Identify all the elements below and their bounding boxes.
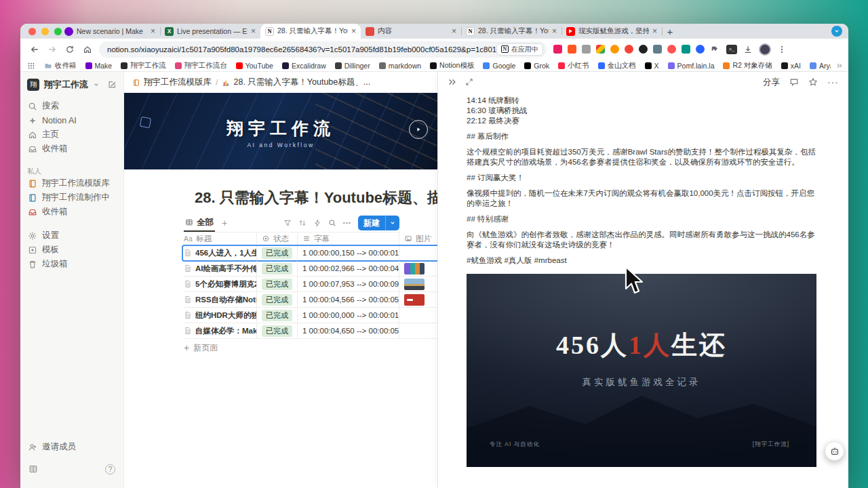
view-tab-all[interactable]: 全部 (184, 214, 215, 232)
invite-members-button[interactable]: 邀请成员 (20, 440, 123, 454)
sidebar-item-notion-ai[interactable]: Notion AI (20, 113, 123, 127)
share-button[interactable]: 分享 (763, 77, 780, 88)
downloads-icon[interactable] (743, 45, 753, 54)
tab-close-icon[interactable]: × (351, 27, 356, 35)
table-row[interactable]: 自媒体必学：Make.com打造 已完成 1 00:00:04,650 --> … (184, 323, 437, 339)
close-peek-icon[interactable] (448, 77, 457, 87)
breadcrumb-current[interactable]: 28. 只需输入字幕！Youtube标题、... (222, 77, 370, 88)
browser-menu-icon[interactable] (777, 45, 787, 54)
bookmark[interactable]: Google (483, 62, 515, 70)
help-icon[interactable]: ? (105, 464, 115, 474)
bookmark-folder[interactable]: 收件箱 (44, 61, 77, 70)
bookmark[interactable]: 金山文档 (598, 61, 636, 70)
extension-icon[interactable] (667, 45, 676, 54)
row-thumbnail[interactable] (404, 279, 425, 290)
new-tab-button[interactable]: + (662, 24, 678, 39)
extension-icon[interactable] (568, 45, 576, 54)
bookmark[interactable]: Grok (524, 62, 549, 70)
extension-icon[interactable] (625, 45, 633, 54)
bookmark[interactable]: xAI (781, 62, 801, 70)
table-row[interactable]: 5个必知赛博朋克2077结局： 已完成 1 00:00:07,953 --> 0… (184, 277, 437, 292)
extension-icon[interactable] (696, 45, 705, 54)
section-body[interactable]: 这个规模空前的项目耗资超过350万美元，感谢Brawl Stars的赞助支持！整… (467, 147, 817, 167)
status-badge[interactable]: 已完成 (262, 263, 292, 274)
page-menu-icon[interactable]: ··· (827, 77, 839, 87)
sidebar-page-in-progress[interactable]: 翔宇工作流制作中 (20, 190, 123, 205)
table-row[interactable]: 纽约HDR大师的独门秘籍：9 已完成 1 00:00:00,000 --> 00… (184, 308, 437, 323)
open-in-app-badge[interactable]: N 在应用中 (496, 43, 543, 56)
tab-close-icon[interactable]: × (452, 27, 456, 35)
bookmark[interactable]: Excalidraw (282, 62, 326, 70)
bookmark[interactable]: R2 对象存储 (723, 61, 772, 70)
column-header-status[interactable]: 状态 (256, 232, 297, 245)
comments-icon[interactable] (789, 77, 799, 87)
bookmark[interactable]: YouTube (236, 62, 273, 70)
tab-close-icon[interactable]: × (251, 27, 256, 35)
bookmark[interactable]: 翔宇工作流台 (175, 61, 227, 70)
new-record-button[interactable]: 新建 (358, 216, 399, 230)
workspace-switcher[interactable]: 翔 翔宇工作流 (20, 76, 123, 94)
more-options-icon[interactable]: ··· (343, 218, 352, 228)
extension-icon[interactable] (553, 45, 562, 54)
sidebar-item-home[interactable]: 主页 (20, 127, 123, 142)
bookmark[interactable]: 翔宇工作流 (121, 61, 166, 70)
filter-icon[interactable] (283, 219, 292, 227)
automation-bolt-icon[interactable] (313, 219, 321, 227)
minimize-window-button[interactable] (41, 28, 49, 35)
bookmark[interactable]: markdown (379, 62, 421, 70)
row-thumbnail[interactable] (404, 263, 425, 274)
bookmark[interactable]: Dillinger (335, 62, 370, 70)
new-page-icon[interactable] (107, 80, 117, 89)
status-badge[interactable]: 已完成 (262, 325, 292, 337)
browser-tab-notion-active[interactable]: N 28. 只需输入字幕！Youtube标 × (260, 24, 361, 39)
extensions-puzzle-icon[interactable] (710, 45, 719, 54)
status-badge[interactable]: 已完成 (262, 247, 292, 259)
bookmark[interactable]: Pomf.lain.la (668, 62, 715, 70)
sidebar-item-search[interactable]: 搜索 (20, 99, 123, 113)
tab-close-icon[interactable]: × (151, 27, 155, 35)
section-body[interactable]: 向《鱿鱼游戏》的创作者致敬，感谢这部杰出作品的灵感。同时感谢所有勇敢参与这一挑战… (467, 230, 817, 250)
tab-close-icon[interactable]: × (652, 27, 657, 35)
section-heading[interactable]: ## 幕后制作 (467, 131, 817, 142)
profile-avatar[interactable] (759, 43, 771, 56)
status-badge[interactable]: 已完成 (262, 294, 292, 306)
bookmark[interactable]: X (645, 62, 659, 70)
reload-button[interactable] (61, 41, 79, 58)
hashtags-line[interactable]: #鱿鱼游戏 #真人版 #mrbeast (467, 256, 817, 266)
tab-search-button[interactable] (831, 26, 842, 37)
video-cover-image[interactable]: 456人1人生还 真实版鱿鱼游戏全记录 专注 AI 与自动化 [翔宇工作流] (467, 274, 816, 467)
new-page-button[interactable]: + 新页面 (184, 341, 437, 354)
address-bar[interactable]: notion.so/xiaoyuzaici/1c5017a905fd80a197… (99, 41, 547, 58)
back-button[interactable] (26, 41, 43, 58)
url-text[interactable]: notion.so/xiaoyuzaici/1c5017a905fd80a197… (107, 45, 496, 54)
table-row[interactable]: RSS自动存储Notion完整教程 已完成 1 00:00:04,566 -->… (184, 292, 437, 308)
chapter-line[interactable]: 14:14 纸牌翻转 (467, 96, 817, 106)
bookmark[interactable]: Make (85, 62, 113, 70)
tab-close-icon[interactable]: × (552, 27, 557, 35)
extension-icon[interactable] (610, 45, 619, 54)
browser-tab-excel[interactable]: X Live presentation — Exc × (160, 24, 260, 39)
search-icon[interactable] (328, 219, 336, 227)
extension-icon[interactable] (582, 45, 591, 54)
forward-button[interactable] (43, 41, 61, 58)
extension-icon[interactable] (639, 45, 648, 54)
browser-tab-content[interactable]: 内容 × (361, 24, 461, 39)
browser-tab-make[interactable]: New scenario | Make × (60, 24, 160, 39)
sort-icon[interactable] (298, 219, 307, 227)
column-header-subtitle[interactable]: 字幕 (297, 232, 399, 245)
bookmark[interactable]: Notion模板 (430, 61, 474, 70)
table-row[interactable]: AI绘画高手不外传的ComfyU 已完成 1 00:00:02,966 --> … (184, 261, 437, 277)
page-title[interactable]: 28. 只需输入字幕！Youtube标题、描述、 (195, 188, 437, 208)
status-badge[interactable]: 已完成 (262, 279, 292, 290)
star-icon[interactable] (808, 77, 818, 87)
chapter-line[interactable]: 22:12 最终决赛 (467, 116, 817, 126)
browser-tab-notion-2[interactable]: N 28. 只需输入字幕！Youtube标 × (461, 24, 561, 39)
column-header-image[interactable]: 图片 (399, 232, 437, 245)
section-body[interactable]: 像视频中提到的，随机一位在未来7天内订阅的观众将有机会赢取10,000美元！点击… (467, 188, 817, 209)
extension-icon[interactable] (682, 45, 690, 54)
chapter-line[interactable]: 16:30 玻璃桥挑战 (467, 106, 817, 116)
expand-page-icon[interactable] (465, 78, 473, 86)
sidebar-item-trash[interactable]: 垃圾箱 (20, 257, 123, 271)
sidebar-item-inbox[interactable]: 收件箱 (20, 142, 123, 156)
browser-tab-youtube[interactable]: 现实版鱿鱼游戏，坚持到最后赢 × (561, 24, 662, 39)
